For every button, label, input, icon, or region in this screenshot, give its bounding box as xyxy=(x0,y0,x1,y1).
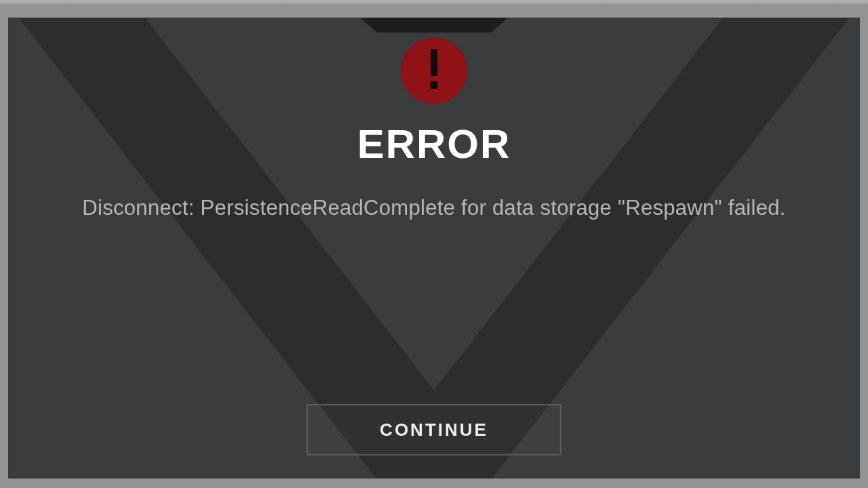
continue-button-label: CONTINUE xyxy=(380,420,488,441)
error-title: ERROR xyxy=(357,121,511,167)
screen: ERROR Disconnect: PersistenceReadComplet… xyxy=(0,0,868,488)
exclamation-icon xyxy=(396,33,472,108)
error-message: Disconnect: PersistenceReadComplete for … xyxy=(66,196,802,220)
error-dialog-panel: ERROR Disconnect: PersistenceReadComplet… xyxy=(8,18,860,479)
svg-rect-3 xyxy=(431,49,437,76)
continue-button[interactable]: CONTINUE xyxy=(308,405,560,454)
frame-top-strip xyxy=(0,0,868,4)
dialog-content: ERROR Disconnect: PersistenceReadComplet… xyxy=(8,18,860,479)
svg-rect-4 xyxy=(431,81,438,89)
